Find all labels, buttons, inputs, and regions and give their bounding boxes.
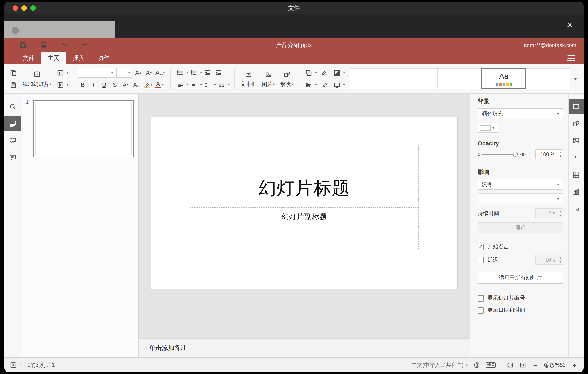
spin-down-icon[interactable]: ▾ xyxy=(560,260,561,264)
line-spacing-icon[interactable] xyxy=(203,80,213,90)
copy-style-icon[interactable] xyxy=(319,80,329,90)
zoom-out-button[interactable]: − xyxy=(532,361,539,369)
spin-up-icon[interactable]: ▴ xyxy=(560,210,561,213)
feedback-icon[interactable] xyxy=(4,150,21,165)
comments-icon[interactable] xyxy=(4,133,21,148)
show-date-checkbox[interactable] xyxy=(478,307,484,313)
zoom-in-button[interactable]: + xyxy=(571,361,578,369)
clear-style-icon[interactable] xyxy=(319,68,329,78)
fullscreen-window-button[interactable] xyxy=(30,5,36,11)
highlight-color-button[interactable]: ▾ xyxy=(142,80,153,90)
effect-type-select[interactable]: ▾ xyxy=(478,193,563,204)
subscript-button[interactable]: A₂ xyxy=(131,80,141,90)
bold-button[interactable]: B xyxy=(78,80,88,90)
menu-icon[interactable] xyxy=(567,55,576,62)
decrease-indent-icon[interactable] xyxy=(203,68,213,78)
gallery-expand-icon[interactable]: ▾ xyxy=(570,76,581,81)
fill-color-picker[interactable]: ▾ xyxy=(478,123,498,133)
theme-tile-3[interactable] xyxy=(437,68,482,89)
start-slideshow-icon[interactable] xyxy=(10,362,17,369)
theme-tile-selected[interactable]: Aa xyxy=(481,68,526,89)
image-settings-icon[interactable] xyxy=(569,133,584,148)
arrange-shape-icon[interactable] xyxy=(304,68,314,78)
preview-slideshow-icon[interactable] xyxy=(55,80,65,90)
chevron-down-icon[interactable]: ▾ xyxy=(186,71,188,75)
numbered-list-icon[interactable] xyxy=(189,68,199,78)
table-settings-icon[interactable] xyxy=(569,167,584,182)
notes-area[interactable]: 单击添加备注 xyxy=(138,338,470,357)
shape-settings-icon[interactable] xyxy=(569,116,584,131)
chevron-down-icon[interactable]: ▾ xyxy=(67,83,68,87)
subtitle-placeholder[interactable]: 幻灯片副标题 xyxy=(190,207,419,249)
increase-font-button[interactable]: A▴ xyxy=(133,68,143,78)
slide-canvas[interactable]: 幻灯片标题 幻灯片副标题 xyxy=(138,94,470,338)
paste-icon[interactable] xyxy=(9,80,18,90)
insert-image-button[interactable]: 图片▾ xyxy=(259,69,277,88)
insert-textbox-button[interactable]: 文本框 xyxy=(238,69,259,88)
opacity-spinner[interactable]: 100 %▴▾ xyxy=(535,149,563,159)
slides-panel-icon[interactable] xyxy=(4,116,21,131)
italic-button[interactable]: I xyxy=(88,80,98,90)
tab-home[interactable]: 主页 xyxy=(41,52,66,64)
font-name-combo[interactable]: ▾ xyxy=(78,68,115,78)
paragraph-settings-icon[interactable]: ¶ xyxy=(569,150,584,165)
fit-slide-icon[interactable] xyxy=(507,362,514,369)
chevron-down-icon[interactable]: ▾ xyxy=(228,83,230,87)
preview-button[interactable]: 预览 xyxy=(478,222,563,233)
opacity-slider-knob[interactable] xyxy=(513,152,518,156)
show-slide-number-checkbox[interactable] xyxy=(478,295,484,301)
start-on-click-checkbox[interactable]: ✓ xyxy=(478,244,484,250)
increase-indent-icon[interactable] xyxy=(214,68,223,78)
close-window-button[interactable] xyxy=(12,5,18,11)
search-icon[interactable] xyxy=(4,99,21,114)
textart-settings-icon[interactable]: Ta xyxy=(569,201,584,216)
change-layout-icon[interactable] xyxy=(55,68,65,78)
chevron-down-icon[interactable]: ▾ xyxy=(200,83,202,87)
opacity-slider[interactable] xyxy=(482,154,515,154)
insert-shape-button[interactable]: 形状▾ xyxy=(277,69,296,88)
chart-settings-icon[interactable] xyxy=(569,184,584,199)
close-editor-icon[interactable]: × xyxy=(564,19,576,31)
chevron-down-icon[interactable]: ▾ xyxy=(315,71,317,75)
horizontal-align-icon[interactable] xyxy=(175,80,185,90)
slide-thumbnail[interactable] xyxy=(33,100,134,157)
add-slide-button[interactable]: 添加幻灯片▾ xyxy=(20,69,54,88)
minimize-window-button[interactable] xyxy=(21,5,27,11)
fit-width-icon[interactable] xyxy=(519,362,526,369)
chevron-down-icon[interactable]: ▾ xyxy=(200,71,202,75)
slide-settings-icon[interactable] xyxy=(569,99,584,114)
decrease-font-button[interactable]: A▾ xyxy=(144,68,154,78)
chevron-down-icon[interactable]: ▾ xyxy=(67,71,68,75)
apply-to-all-button[interactable]: 适用于所有幻灯片 xyxy=(478,272,563,284)
columns-icon[interactable] xyxy=(217,80,227,90)
chevron-down-icon[interactable]: ▾ xyxy=(214,83,216,87)
chevron-down-icon[interactable]: ▾ xyxy=(20,363,22,367)
slide-size-icon[interactable] xyxy=(332,80,342,90)
spin-down-icon[interactable]: ▾ xyxy=(560,213,561,217)
delay-checkbox[interactable] xyxy=(478,257,484,263)
strikethrough-button[interactable]: S xyxy=(110,80,120,90)
fill-type-select[interactable]: 颜色填充 ▾ xyxy=(478,108,563,119)
align-objects-icon[interactable] xyxy=(304,80,314,90)
chevron-down-icon[interactable]: ▾ xyxy=(343,83,345,87)
chevron-down-icon[interactable]: ▾ xyxy=(343,71,345,75)
tab-collaboration[interactable]: 协作 xyxy=(91,52,116,64)
theme-tile-5[interactable] xyxy=(526,68,570,89)
title-placeholder[interactable]: 幻灯片标题 xyxy=(190,145,419,206)
copy-icon[interactable] xyxy=(9,68,18,78)
spin-up-icon[interactable]: ▴ xyxy=(560,256,561,260)
underline-button[interactable]: U xyxy=(99,80,109,90)
spellcheck-icon[interactable]: ABC xyxy=(485,362,495,368)
shape-fill-icon[interactable] xyxy=(332,68,342,78)
effect-select[interactable]: 没有 ▾ xyxy=(478,179,563,190)
tab-file[interactable]: 文件 xyxy=(16,52,41,64)
chevron-down-icon[interactable]: ▾ xyxy=(315,83,317,87)
vertical-align-icon[interactable] xyxy=(189,80,199,90)
language-selector[interactable]: 中文(中华人民共和国)▾ xyxy=(412,361,468,369)
delay-spinner[interactable]: 10 s▴▾ xyxy=(535,255,563,265)
bullet-list-icon[interactable] xyxy=(175,68,185,78)
slide[interactable]: 幻灯片标题 幻灯片副标题 xyxy=(151,117,457,289)
spin-down-icon[interactable]: ▾ xyxy=(560,154,561,158)
theme-tile-1[interactable] xyxy=(350,68,394,89)
chevron-down-icon[interactable]: ▾ xyxy=(186,83,188,87)
